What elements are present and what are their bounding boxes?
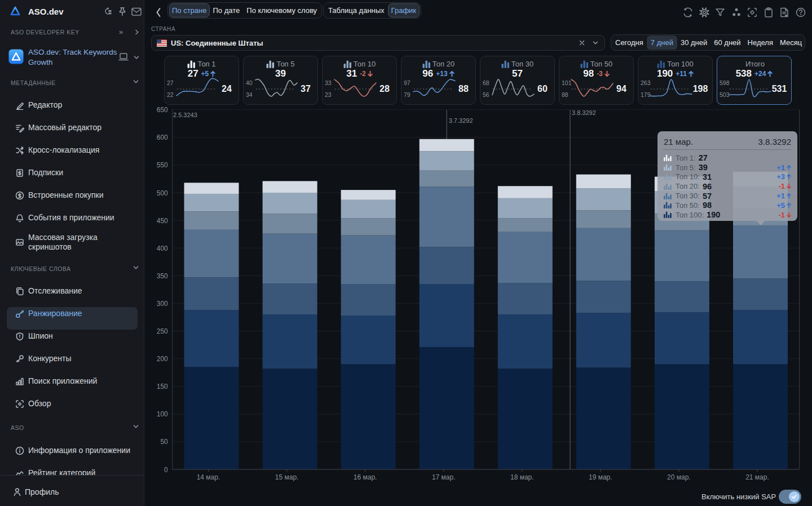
svg-text:350: 350 bbox=[157, 272, 168, 280]
svg-text:650: 650 bbox=[157, 107, 168, 114]
svg-text:56: 56 bbox=[483, 91, 489, 98]
svg-text:22: 22 bbox=[167, 91, 174, 98]
svg-text:94: 94 bbox=[616, 84, 626, 94]
svg-text:150: 150 bbox=[157, 383, 168, 390]
svg-text:2.5.3243: 2.5.3243 bbox=[173, 112, 197, 118]
svg-text:18 мар.: 18 мар. bbox=[510, 473, 534, 481]
svg-text:250: 250 bbox=[157, 327, 168, 335]
svg-text:17 мар.: 17 мар. bbox=[432, 473, 456, 481]
svg-text:600: 600 bbox=[157, 134, 168, 141]
svg-text:27: 27 bbox=[167, 79, 174, 86]
svg-text:20 мар.: 20 мар. bbox=[667, 473, 691, 481]
svg-text:40: 40 bbox=[246, 79, 253, 86]
svg-text:300: 300 bbox=[157, 300, 168, 308]
svg-text:16 мар.: 16 мар. bbox=[354, 473, 377, 481]
svg-text:19 мар.: 19 мар. bbox=[589, 473, 612, 481]
svg-text:14 мар.: 14 мар. bbox=[197, 473, 220, 481]
svg-text:198: 198 bbox=[693, 84, 708, 94]
svg-text:100: 100 bbox=[157, 410, 168, 418]
svg-text:15 мар.: 15 мар. bbox=[275, 473, 299, 481]
svg-text:88: 88 bbox=[458, 84, 469, 94]
svg-text:79: 79 bbox=[404, 91, 411, 98]
svg-text:68: 68 bbox=[483, 79, 489, 86]
svg-text:24: 24 bbox=[222, 84, 232, 94]
svg-text:500: 500 bbox=[157, 189, 168, 197]
svg-text:3.8.3292: 3.8.3292 bbox=[572, 109, 596, 116]
svg-text:179: 179 bbox=[641, 91, 651, 98]
svg-text:33: 33 bbox=[325, 79, 332, 86]
svg-text:101: 101 bbox=[562, 79, 572, 86]
svg-text:34: 34 bbox=[246, 91, 253, 98]
svg-text:0: 0 bbox=[164, 466, 168, 474]
svg-text:598: 598 bbox=[720, 79, 730, 86]
svg-text:450: 450 bbox=[157, 217, 168, 225]
svg-text:550: 550 bbox=[157, 161, 168, 169]
svg-text:263: 263 bbox=[641, 79, 651, 86]
svg-text:21 мар.: 21 мар. bbox=[745, 473, 769, 481]
svg-text:23: 23 bbox=[325, 91, 332, 98]
svg-text:37: 37 bbox=[301, 84, 311, 94]
svg-text:60: 60 bbox=[537, 84, 548, 94]
svg-text:503: 503 bbox=[720, 91, 730, 98]
svg-text:97: 97 bbox=[404, 79, 411, 86]
svg-text:50: 50 bbox=[160, 438, 168, 446]
svg-text:200: 200 bbox=[157, 355, 168, 363]
svg-text:28: 28 bbox=[379, 84, 390, 94]
svg-text:531: 531 bbox=[772, 84, 787, 94]
svg-text:400: 400 bbox=[157, 245, 168, 252]
svg-text:88: 88 bbox=[562, 91, 568, 98]
svg-text:3.7.3292: 3.7.3292 bbox=[449, 117, 473, 124]
